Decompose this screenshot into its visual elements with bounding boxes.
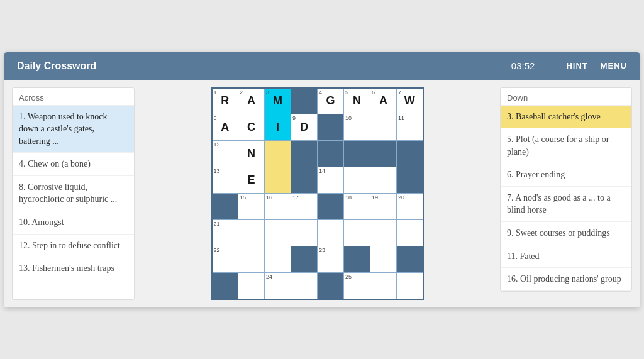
clue-down-7[interactable]: 7. A nod's as good as a ... to a blind h… <box>501 187 631 222</box>
cell-2-1[interactable]: 8A <box>212 114 238 141</box>
clue-across-8[interactable]: 8. Corrosive liquid, hydrochloric or sul… <box>13 176 134 211</box>
clue-down-6[interactable]: 6. Prayer ending <box>501 163 631 187</box>
clue-down-16[interactable]: 16. Oil producing nations' group <box>501 268 631 291</box>
cell-6-3[interactable] <box>265 220 291 246</box>
cell-2-4[interactable]: 9D <box>291 114 318 141</box>
clue-down-3[interactable]: 3. Baseball catcher's glove <box>501 106 631 129</box>
main-body: Across 1. Weapon used to knock down a ca… <box>4 80 640 307</box>
cell-4-4 <box>291 167 318 194</box>
cell-5-4[interactable]: 17 <box>291 194 318 220</box>
cell-8-1 <box>212 273 238 299</box>
clue-across-1[interactable]: 1. Weapon used to knock down a castle's … <box>13 106 134 153</box>
cell-1-4 <box>291 88 318 114</box>
cell-2-2[interactable]: C <box>238 114 265 141</box>
right-panel-wrapper: Down 3. Baseball catcher's glove 5. Plot… <box>500 87 632 300</box>
cell-6-1[interactable]: 21 <box>212 220 238 246</box>
grid-container: 1R 2A 3M 4G 5N 6A 7W 8A C I 9D <box>140 87 495 300</box>
cell-3-1[interactable]: 12 <box>212 141 238 167</box>
cell-3-5 <box>318 141 344 167</box>
app-container: Daily Crossword 03:52 HINT MENU Across 1… <box>4 52 640 307</box>
cell-5-6[interactable]: 18 <box>344 194 370 220</box>
app-title: Daily Crossword <box>17 60 511 72</box>
hint-button[interactable]: HINT <box>566 61 587 70</box>
cell-5-5 <box>318 194 344 220</box>
cell-6-6[interactable] <box>344 220 370 246</box>
cell-3-7 <box>370 141 397 167</box>
cell-3-8 <box>397 141 423 167</box>
cell-4-7[interactable] <box>370 167 397 194</box>
cell-1-6[interactable]: 5N <box>344 88 370 114</box>
cell-2-6[interactable]: 10 <box>344 114 370 141</box>
cell-1-3[interactable]: 3M <box>265 88 291 114</box>
cell-7-8 <box>397 246 423 273</box>
cell-5-1 <box>212 194 238 220</box>
cell-6-7[interactable] <box>370 220 397 246</box>
cell-4-5[interactable]: 14 <box>318 167 344 194</box>
cell-8-7[interactable] <box>370 273 397 299</box>
cell-4-6[interactable] <box>344 167 370 194</box>
cell-7-4 <box>291 246 318 273</box>
crossword-grid: 1R 2A 3M 4G 5N 6A 7W 8A C I 9D <box>211 87 424 300</box>
across-heading: Across <box>13 88 134 106</box>
cell-4-1[interactable]: 13 <box>212 167 238 194</box>
timer: 03:52 <box>511 60 535 71</box>
cell-3-6 <box>344 141 370 167</box>
cell-7-6 <box>344 246 370 273</box>
cell-5-8[interactable]: 20 <box>397 194 423 220</box>
cell-2-5 <box>318 114 344 141</box>
clue-across-12[interactable]: 12. Step in to defuse conflict <box>13 235 134 258</box>
cell-8-2[interactable] <box>238 273 265 299</box>
cell-4-8 <box>397 167 423 194</box>
cell-7-7[interactable] <box>370 246 397 273</box>
cell-8-8[interactable] <box>397 273 423 299</box>
cell-6-2[interactable] <box>238 220 265 246</box>
cell-4-2[interactable]: E <box>238 167 265 194</box>
clue-down-9[interactable]: 9. Sweet courses or puddings <box>501 222 631 245</box>
cell-1-7[interactable]: 6A <box>370 88 397 114</box>
menu-button[interactable]: MENU <box>601 61 627 70</box>
down-heading: Down <box>501 88 631 106</box>
cell-2-8[interactable]: 11 <box>397 114 423 141</box>
cell-5-2[interactable]: 15 <box>238 194 265 220</box>
cell-6-4[interactable] <box>291 220 318 246</box>
cell-7-5[interactable]: 23 <box>318 246 344 273</box>
cell-7-3[interactable] <box>265 246 291 273</box>
cell-8-5 <box>318 273 344 299</box>
cell-1-5[interactable]: 4G <box>318 88 344 114</box>
across-panel: Across 1. Weapon used to knock down a ca… <box>12 87 135 300</box>
cell-5-3[interactable]: 16 <box>265 194 291 220</box>
clue-across-13[interactable]: 13. Fishermen's mesh traps <box>13 257 134 280</box>
clue-across-10[interactable]: 10. Amongst <box>13 211 134 235</box>
cell-8-4[interactable] <box>291 273 318 299</box>
cell-1-1[interactable]: 1R <box>212 88 238 114</box>
cell-6-5[interactable] <box>318 220 344 246</box>
cell-3-2[interactable]: N <box>238 141 265 167</box>
cell-6-8[interactable] <box>397 220 423 246</box>
cell-5-7[interactable]: 19 <box>370 194 397 220</box>
cell-2-3[interactable]: I <box>265 114 291 141</box>
cell-1-2[interactable]: 2A <box>238 88 265 114</box>
header: Daily Crossword 03:52 HINT MENU <box>4 52 640 80</box>
clue-across-4[interactable]: 4. Chew on (a bone) <box>13 153 134 176</box>
cell-7-1[interactable]: 22 <box>212 246 238 273</box>
cell-2-7[interactable] <box>370 114 397 141</box>
cell-1-8[interactable]: 7W <box>397 88 423 114</box>
cell-8-6[interactable]: 25 <box>344 273 370 299</box>
cell-8-3[interactable]: 24 <box>265 273 291 299</box>
cell-4-3[interactable] <box>265 167 291 194</box>
cell-3-4 <box>291 141 318 167</box>
down-panel: Down 3. Baseball catcher's glove 5. Plot… <box>500 87 632 292</box>
cell-3-3[interactable] <box>265 141 291 167</box>
clue-down-5[interactable]: 5. Plot (a course for a ship or plane) <box>501 128 631 163</box>
clue-down-11[interactable]: 11. Fated <box>501 245 631 268</box>
cell-7-2[interactable] <box>238 246 265 273</box>
